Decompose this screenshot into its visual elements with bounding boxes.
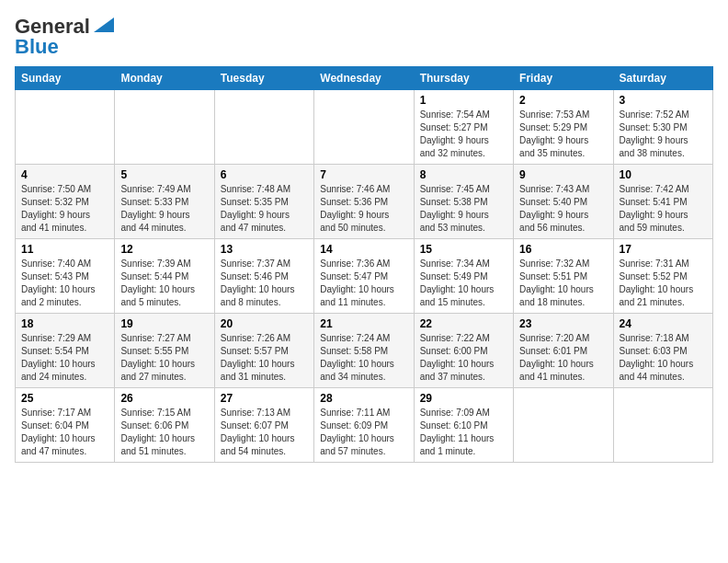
day-info: Sunrise: 7:34 AM Sunset: 5:49 PM Dayligh…: [420, 258, 507, 309]
calendar-cell: 25Sunrise: 7:17 AM Sunset: 6:04 PM Dayli…: [16, 388, 115, 463]
day-info: Sunrise: 7:46 AM Sunset: 5:36 PM Dayligh…: [320, 183, 407, 235]
calendar-cell: [613, 388, 712, 463]
calendar-cell: [214, 90, 313, 165]
day-number: 18: [21, 317, 108, 330]
day-number: 28: [320, 392, 407, 405]
day-info: Sunrise: 7:40 AM Sunset: 5:43 PM Dayligh…: [21, 258, 108, 309]
logo-blue-text: Blue: [15, 35, 59, 59]
day-info: Sunrise: 7:24 AM Sunset: 5:58 PM Dayligh…: [320, 332, 407, 384]
day-header-thursday: Thursday: [414, 67, 513, 90]
calendar-cell: 5Sunrise: 7:49 AM Sunset: 5:33 PM Daylig…: [115, 165, 214, 239]
day-number: 24: [620, 317, 707, 330]
day-number: 19: [120, 317, 208, 330]
day-info: Sunrise: 7:37 AM Sunset: 5:46 PM Dayligh…: [221, 258, 308, 309]
calendar-cell: [16, 90, 115, 165]
calendar-cell: 27Sunrise: 7:13 AM Sunset: 6:07 PM Dayli…: [214, 388, 313, 463]
calendar-cell: 4Sunrise: 7:50 AM Sunset: 5:32 PM Daylig…: [16, 165, 115, 239]
day-info: Sunrise: 7:22 AM Sunset: 6:00 PM Dayligh…: [420, 332, 507, 384]
day-info: Sunrise: 7:15 AM Sunset: 6:06 PM Dayligh…: [120, 407, 208, 458]
calendar-cell: 28Sunrise: 7:11 AM Sunset: 6:09 PM Dayli…: [314, 388, 414, 463]
calendar-week-5: 25Sunrise: 7:17 AM Sunset: 6:04 PM Dayli…: [16, 388, 713, 463]
day-number: 14: [320, 243, 407, 256]
day-info: Sunrise: 7:29 AM Sunset: 5:54 PM Dayligh…: [21, 332, 108, 384]
calendar-cell: [115, 90, 214, 165]
calendar-cell: 22Sunrise: 7:22 AM Sunset: 6:00 PM Dayli…: [414, 314, 513, 388]
calendar-cell: [514, 388, 613, 463]
calendar-cell: 2Sunrise: 7:53 AM Sunset: 5:29 PM Daylig…: [514, 90, 613, 165]
day-number: 29: [420, 392, 507, 405]
calendar-cell: 11Sunrise: 7:40 AM Sunset: 5:43 PM Dayli…: [16, 239, 115, 314]
day-number: 1: [420, 94, 507, 107]
calendar-cell: 23Sunrise: 7:20 AM Sunset: 6:01 PM Dayli…: [514, 314, 613, 388]
day-number: 17: [620, 243, 707, 256]
day-number: 12: [120, 243, 208, 256]
calendar-cell: 7Sunrise: 7:46 AM Sunset: 5:36 PM Daylig…: [314, 165, 414, 239]
calendar-header-row: SundayMondayTuesdayWednesdayThursdayFrid…: [16, 67, 713, 90]
calendar-week-4: 18Sunrise: 7:29 AM Sunset: 5:54 PM Dayli…: [16, 314, 713, 388]
calendar-cell: 14Sunrise: 7:36 AM Sunset: 5:47 PM Dayli…: [314, 239, 414, 314]
calendar-cell: 29Sunrise: 7:09 AM Sunset: 6:10 PM Dayli…: [414, 388, 513, 463]
day-header-tuesday: Tuesday: [214, 67, 313, 90]
day-info: Sunrise: 7:17 AM Sunset: 6:04 PM Dayligh…: [21, 407, 108, 458]
day-info: Sunrise: 7:52 AM Sunset: 5:30 PM Dayligh…: [620, 109, 707, 160]
logo: General Blue: [15, 15, 114, 59]
calendar: SundayMondayTuesdayWednesdayThursdayFrid…: [15, 66, 713, 463]
day-number: 15: [420, 243, 507, 256]
day-number: 25: [21, 392, 108, 405]
calendar-cell: 24Sunrise: 7:18 AM Sunset: 6:03 PM Dayli…: [613, 314, 712, 388]
calendar-cell: 21Sunrise: 7:24 AM Sunset: 5:58 PM Dayli…: [314, 314, 414, 388]
calendar-week-1: 1Sunrise: 7:54 AM Sunset: 5:27 PM Daylig…: [16, 90, 713, 165]
day-number: 10: [620, 168, 707, 181]
day-info: Sunrise: 7:43 AM Sunset: 5:40 PM Dayligh…: [519, 183, 607, 235]
day-number: 22: [420, 317, 507, 330]
day-number: 6: [221, 168, 308, 181]
calendar-cell: 20Sunrise: 7:26 AM Sunset: 5:57 PM Dayli…: [214, 314, 313, 388]
day-number: 13: [221, 243, 308, 256]
svg-marker-0: [94, 17, 114, 32]
day-number: 4: [21, 168, 108, 181]
calendar-cell: 16Sunrise: 7:32 AM Sunset: 5:51 PM Dayli…: [514, 239, 613, 314]
day-number: 23: [519, 317, 607, 330]
calendar-cell: 18Sunrise: 7:29 AM Sunset: 5:54 PM Dayli…: [16, 314, 115, 388]
day-info: Sunrise: 7:09 AM Sunset: 6:10 PM Dayligh…: [420, 407, 507, 458]
day-header-friday: Friday: [514, 67, 613, 90]
day-info: Sunrise: 7:32 AM Sunset: 5:51 PM Dayligh…: [519, 258, 607, 309]
day-number: 27: [221, 392, 308, 405]
day-info: Sunrise: 7:48 AM Sunset: 5:35 PM Dayligh…: [221, 183, 308, 235]
header: General Blue: [15, 15, 713, 59]
day-info: Sunrise: 7:31 AM Sunset: 5:52 PM Dayligh…: [620, 258, 707, 309]
day-info: Sunrise: 7:13 AM Sunset: 6:07 PM Dayligh…: [221, 407, 308, 458]
day-number: 3: [620, 94, 707, 107]
calendar-cell: 26Sunrise: 7:15 AM Sunset: 6:06 PM Dayli…: [115, 388, 214, 463]
day-number: 16: [519, 243, 607, 256]
day-header-wednesday: Wednesday: [314, 67, 414, 90]
calendar-cell: 17Sunrise: 7:31 AM Sunset: 5:52 PM Dayli…: [613, 239, 712, 314]
day-info: Sunrise: 7:18 AM Sunset: 6:03 PM Dayligh…: [620, 332, 707, 384]
day-info: Sunrise: 7:26 AM Sunset: 5:57 PM Dayligh…: [221, 332, 308, 384]
day-number: 21: [320, 317, 407, 330]
day-number: 8: [420, 168, 507, 181]
day-info: Sunrise: 7:45 AM Sunset: 5:38 PM Dayligh…: [420, 183, 507, 235]
day-number: 26: [120, 392, 208, 405]
day-info: Sunrise: 7:27 AM Sunset: 5:55 PM Dayligh…: [120, 332, 208, 384]
day-number: 11: [21, 243, 108, 256]
calendar-cell: 1Sunrise: 7:54 AM Sunset: 5:27 PM Daylig…: [414, 90, 513, 165]
calendar-cell: 3Sunrise: 7:52 AM Sunset: 5:30 PM Daylig…: [613, 90, 712, 165]
calendar-week-3: 11Sunrise: 7:40 AM Sunset: 5:43 PM Dayli…: [16, 239, 713, 314]
calendar-cell: 13Sunrise: 7:37 AM Sunset: 5:46 PM Dayli…: [214, 239, 313, 314]
calendar-cell: 19Sunrise: 7:27 AM Sunset: 5:55 PM Dayli…: [115, 314, 214, 388]
day-header-sunday: Sunday: [16, 67, 115, 90]
day-info: Sunrise: 7:42 AM Sunset: 5:41 PM Dayligh…: [620, 183, 707, 235]
day-info: Sunrise: 7:53 AM Sunset: 5:29 PM Dayligh…: [519, 109, 607, 160]
day-header-saturday: Saturday: [613, 67, 712, 90]
calendar-cell: 8Sunrise: 7:45 AM Sunset: 5:38 PM Daylig…: [414, 165, 513, 239]
calendar-cell: 10Sunrise: 7:42 AM Sunset: 5:41 PM Dayli…: [613, 165, 712, 239]
day-info: Sunrise: 7:49 AM Sunset: 5:33 PM Dayligh…: [120, 183, 208, 235]
calendar-cell: 6Sunrise: 7:48 AM Sunset: 5:35 PM Daylig…: [214, 165, 313, 239]
calendar-week-2: 4Sunrise: 7:50 AM Sunset: 5:32 PM Daylig…: [16, 165, 713, 239]
day-info: Sunrise: 7:11 AM Sunset: 6:09 PM Dayligh…: [320, 407, 407, 458]
day-header-monday: Monday: [115, 67, 214, 90]
day-number: 2: [519, 94, 607, 107]
calendar-cell: 15Sunrise: 7:34 AM Sunset: 5:49 PM Dayli…: [414, 239, 513, 314]
day-info: Sunrise: 7:54 AM Sunset: 5:27 PM Dayligh…: [420, 109, 507, 160]
